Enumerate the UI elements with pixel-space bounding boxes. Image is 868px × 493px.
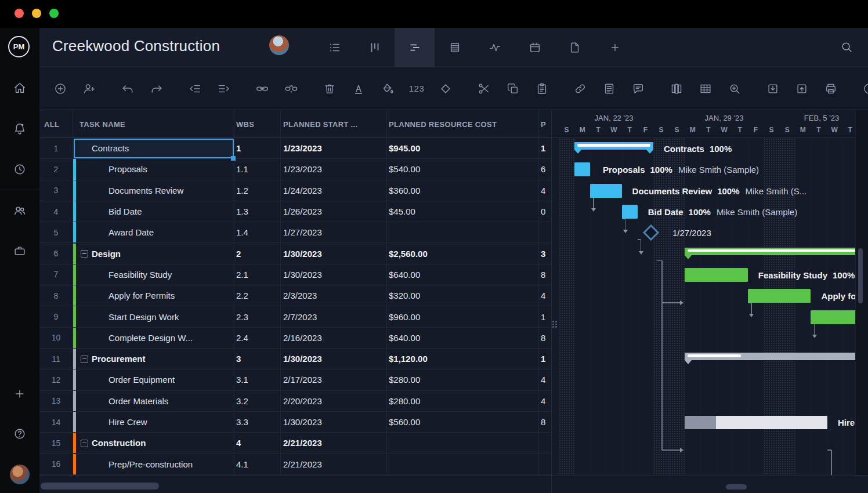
cell-planned-effort[interactable]: 1	[541, 306, 545, 327]
table-row[interactable]: 4Bid Date1.31/26/2023$45.000	[39, 201, 551, 222]
gantt-task-bar[interactable]	[748, 289, 811, 303]
cell-planned-resource-cost[interactable]: $640.00	[389, 264, 420, 285]
tab-calendar-view[interactable]	[515, 28, 555, 67]
table-row[interactable]: 8Apply for Permits2.22/3/2023$320.004	[39, 285, 551, 306]
collapse-toggle-icon[interactable]	[81, 356, 88, 363]
gantt-task-bar[interactable]	[685, 416, 827, 429]
gantt-summary-bar[interactable]	[685, 248, 855, 255]
cell-planned-start[interactable]: 2/17/2023	[283, 369, 322, 390]
cell-planned-start[interactable]: 1/26/2023	[283, 201, 322, 222]
toolbar-outdent-icon[interactable]	[188, 82, 202, 96]
column-header-task-name[interactable]: TASK NAME	[79, 110, 125, 138]
search-icon[interactable]	[840, 41, 854, 55]
toolbar-zoom-in-icon[interactable]	[728, 82, 742, 96]
cell-planned-effort[interactable]: 4	[541, 391, 545, 411]
cell-wbs[interactable]: 1.4	[236, 222, 248, 242]
tab-board-view[interactable]	[355, 28, 395, 67]
cell-planned-start[interactable]: 2/16/2023	[283, 328, 322, 348]
cell-planned-start[interactable]: 1/30/2023	[283, 244, 322, 264]
cell-wbs[interactable]: 4	[236, 433, 241, 453]
toolbar-cut-icon[interactable]	[477, 82, 491, 96]
cell-planned-effort[interactable]: 0	[541, 201, 545, 222]
toolbar-paste-icon[interactable]	[535, 82, 549, 96]
cell-planned-resource-cost[interactable]: $640.00	[389, 328, 420, 348]
cell-planned-resource-cost[interactable]: $280.00	[389, 391, 420, 411]
table-row[interactable]: 3Documents Review1.21/24/2023$360.004	[39, 180, 551, 201]
cell-task-name[interactable]: Apply for Permits	[108, 285, 175, 306]
toolbar-copy-icon[interactable]	[506, 82, 520, 96]
cell-planned-effort[interactable]: 8	[541, 264, 545, 285]
cell-planned-resource-cost[interactable]: $960.00	[389, 306, 420, 327]
panel-splitter-handle[interactable]	[552, 321, 557, 328]
cell-planned-start[interactable]: 2/3/2023	[283, 285, 317, 306]
collapse-toggle-icon[interactable]	[81, 440, 88, 447]
pm-logo[interactable]: PM	[8, 36, 30, 57]
column-header-all[interactable]: ALL	[44, 110, 59, 138]
cell-planned-start[interactable]: 1/30/2023	[283, 412, 322, 432]
cell-wbs[interactable]: 4.1	[236, 454, 248, 474]
tab-activity-view[interactable]	[475, 28, 515, 67]
table-row[interactable]: 15Construction42/21/2023	[39, 433, 551, 454]
toolbar-fill-color-icon[interactable]	[381, 82, 395, 96]
toolbar-redo-icon[interactable]	[150, 82, 164, 96]
cell-task-name[interactable]: Bid Date	[108, 201, 142, 222]
sidebar-item-home-icon[interactable]	[13, 81, 27, 95]
cell-wbs[interactable]: 2.4	[236, 328, 248, 348]
cell-wbs[interactable]: 2.3	[236, 306, 248, 327]
cell-task-name[interactable]: Complete Design W...	[108, 328, 193, 348]
sidebar-item-portfolio-icon[interactable]	[13, 244, 27, 258]
close-window-button[interactable]	[15, 9, 24, 18]
tab-list-view[interactable]	[314, 28, 355, 67]
cell-wbs[interactable]: 2.1	[236, 264, 248, 285]
toolbar-milestone-icon[interactable]	[439, 82, 453, 96]
cell-planned-resource-cost[interactable]: $540.00	[389, 159, 420, 179]
cell-planned-resource-cost[interactable]: $1,120.00	[389, 349, 428, 369]
table-row[interactable]: 6Design21/30/2023$2,560.003	[39, 244, 551, 264]
cell-task-name[interactable]: Procurement	[92, 349, 146, 369]
cell-planned-effort[interactable]: 3	[541, 244, 545, 264]
cell-task-name[interactable]: Order Materials	[108, 391, 168, 411]
cell-planned-effort[interactable]: 6	[541, 159, 545, 179]
cell-task-name[interactable]: Award Date	[108, 222, 154, 242]
cell-planned-effort[interactable]: 8	[541, 412, 545, 432]
cell-task-name[interactable]: Documents Review	[108, 180, 183, 201]
cell-wbs[interactable]: 1	[236, 138, 241, 158]
cell-task-name[interactable]: Feasibility Study	[108, 264, 172, 285]
column-header-planned-start-[interactable]: PLANNED START ...	[283, 110, 357, 138]
gantt-task-bar[interactable]	[574, 162, 590, 176]
cell-task-name[interactable]: Design	[92, 244, 121, 264]
sidebar-item-plus-icon[interactable]	[13, 387, 27, 401]
toolbar-columns-icon[interactable]	[670, 82, 683, 96]
sidebar-item-bell-icon[interactable]	[13, 122, 27, 136]
cell-planned-start[interactable]: 2/20/2023	[283, 391, 322, 411]
table-row[interactable]: 5Award Date1.41/27/2023	[39, 222, 551, 243]
table-row[interactable]: 13Order Materials3.22/20/2023$280.004	[39, 391, 551, 412]
cell-planned-start[interactable]: 2/21/2023	[283, 454, 322, 474]
table-row[interactable]: 10Complete Design W...2.42/16/2023$640.0…	[39, 328, 551, 349]
toolbar-dependency-icon[interactable]	[573, 82, 587, 96]
gantt-horizontal-scrollbar[interactable]	[726, 484, 747, 490]
cell-wbs[interactable]: 2.2	[236, 285, 248, 306]
table-row[interactable]: 14Hire Crew3.31/30/2023$560.008	[39, 412, 551, 433]
toolbar-number-format-icon[interactable]: 123	[410, 82, 424, 96]
table-horizontal-scrollbar[interactable]	[41, 483, 159, 490]
cell-planned-resource-cost[interactable]: $360.00	[389, 180, 420, 201]
toolbar-delete-icon[interactable]	[323, 82, 337, 96]
gantt-task-bar[interactable]	[590, 184, 621, 198]
cell-planned-resource-cost[interactable]: $320.00	[389, 285, 420, 306]
cell-wbs[interactable]: 3.2	[236, 391, 248, 411]
cell-wbs[interactable]: 2	[236, 244, 241, 264]
cell-wbs[interactable]: 1.1	[236, 159, 248, 179]
collapse-toggle-icon[interactable]	[81, 250, 88, 258]
toolbar-font-icon[interactable]	[352, 82, 366, 96]
cell-planned-start[interactable]: 1/24/2023	[283, 180, 322, 201]
cell-planned-start[interactable]: 1/30/2023	[283, 349, 322, 369]
gantt-task-bar[interactable]	[685, 268, 748, 282]
user-avatar[interactable]	[10, 465, 30, 484]
cell-planned-start[interactable]: 1/30/2023	[283, 264, 322, 285]
zoom-window-button[interactable]	[49, 9, 59, 18]
toolbar-indent-icon[interactable]	[217, 82, 231, 96]
table-row[interactable]: 9Start Design Work2.32/7/2023$960.001	[39, 306, 551, 327]
cell-planned-effort[interactable]: 4	[541, 180, 545, 201]
cell-task-name[interactable]: Order Equipment	[108, 369, 175, 390]
